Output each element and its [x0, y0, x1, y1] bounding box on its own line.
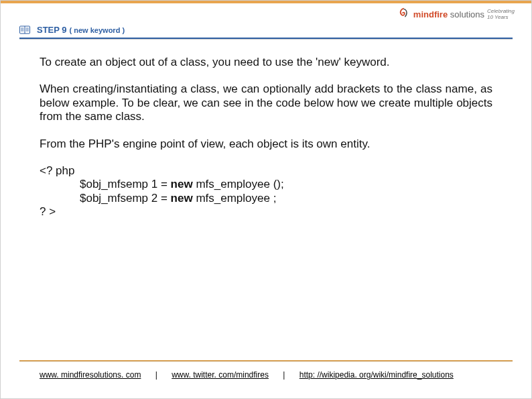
paragraph-1: To create an object out of a class, you …: [40, 56, 492, 69]
p1-text-a: To create an: [40, 56, 105, 68]
code-l2-c: mfs_employee ;: [193, 192, 277, 205]
celebrating-line1: Celebrating: [487, 8, 515, 14]
code-line-1: $obj_mfsemp 1 = new mfs_employee ();: [40, 178, 492, 191]
top-accent-border: [1, 1, 531, 3]
code-close-tag: ? >: [40, 205, 492, 219]
code-line-2: $obj_mfsemp 2 = new mfs_employee ;: [40, 192, 492, 205]
book-icon: [19, 25, 30, 35]
p1-text-c: out of a class, you need to use the ': [136, 56, 318, 68]
p3-keyword-object: object: [257, 137, 287, 150]
footer-sep-1: |: [155, 370, 157, 380]
footer-link-2[interactable]: www. twitter. com/mindfires: [172, 370, 269, 380]
logo-area: mindfire solutions Celebrating 10 Years: [396, 5, 515, 23]
logo-text: mindfire solutions: [413, 9, 484, 19]
content-area: To create an object out of a class, you …: [40, 56, 492, 219]
paragraph-2: When creating/instantiating a class, we …: [40, 82, 492, 123]
p3-text-e: .: [367, 137, 371, 150]
p2-text-a: When creating/instantiating a class, we …: [40, 82, 263, 95]
p3-text-c: is its own: [287, 137, 340, 150]
code-open-tag: <? php: [40, 164, 492, 178]
code-l2-a: $obj_mfsemp 2 =: [80, 192, 171, 205]
logo-brand-b: solutions: [448, 9, 484, 19]
code-l2-new: new: [171, 192, 193, 205]
code-block: <? php $obj_mfsemp 1 = new mfs_employee …: [40, 164, 492, 219]
footer-link-3[interactable]: http: //wikipedia. org/wiki/mindfire_sol…: [300, 370, 454, 380]
step-subtitle: ( new keyword ): [70, 26, 125, 34]
footer-link-1[interactable]: www. mindfiresolutions. com: [40, 370, 141, 380]
p1-text-e: ' keyword.: [339, 56, 390, 68]
footer-sep-2: |: [283, 370, 285, 380]
paragraph-3: From the PHP's engine point of view, eac…: [40, 137, 492, 151]
header-row: STEP 9 ( new keyword ): [19, 25, 513, 37]
celebrating-line2: 10 Years: [487, 14, 508, 20]
p3-keyword-entity: entity: [340, 137, 367, 150]
celebrating-text: Celebrating 10 Years: [487, 8, 515, 20]
p2-keyword-optionally: optionally: [263, 82, 312, 95]
p3-text-a: From the PHP's engine point of view, eac…: [40, 137, 257, 150]
p1-keyword-object: object: [105, 56, 135, 68]
logo-brand-a: mindfire: [413, 9, 448, 19]
footer-links: www. mindfiresolutions. com | www. twitt…: [40, 370, 513, 380]
step-title: STEP 9: [37, 25, 67, 35]
p1-keyword-new: new: [318, 56, 338, 68]
code-l1-a: $obj_mfsemp 1 =: [80, 178, 171, 190]
logo-swirl-icon: [396, 7, 411, 21]
footer-rule: [19, 360, 513, 362]
code-l1-c: mfs_employee ();: [193, 178, 284, 190]
slide-container: mindfire solutions Celebrating 10 Years …: [0, 0, 532, 399]
code-l1-new: new: [171, 178, 193, 190]
header-underline: [19, 38, 513, 40]
